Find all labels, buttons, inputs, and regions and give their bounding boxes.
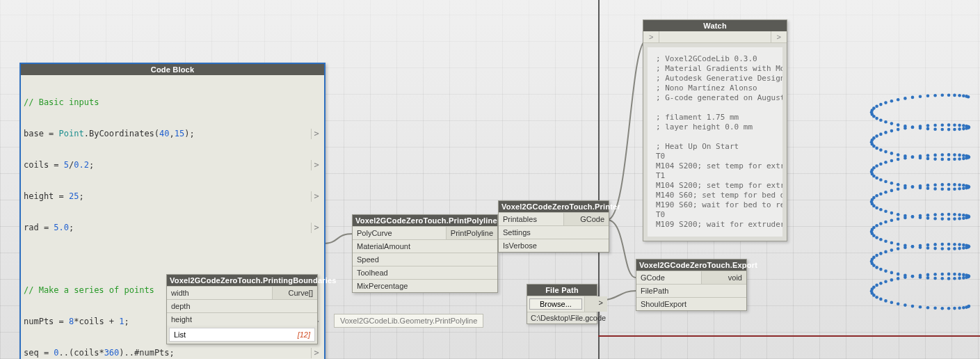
svg-point-90 (919, 246, 922, 249)
svg-point-233 (941, 123, 945, 127)
svg-point-137 (875, 206, 878, 209)
svg-point-211 (911, 156, 915, 159)
port-in[interactable]: MixPercentage (353, 280, 497, 292)
svg-point-202 (965, 157, 968, 160)
svg-point-88 (933, 247, 937, 250)
svg-point-124 (958, 217, 961, 221)
port-in[interactable]: Toolhead (353, 266, 497, 279)
port-in[interactable]: Settings (499, 226, 609, 239)
svg-point-117 (962, 214, 965, 217)
node-print-polyline[interactable]: Voxel2GCodeZeroTouch.PrintPolyline PolyC… (352, 214, 498, 293)
port-in[interactable]: Printables (499, 213, 563, 225)
svg-point-123 (962, 216, 965, 220)
svg-point-36 (958, 273, 961, 276)
svg-point-243 (962, 127, 965, 131)
port-out[interactable]: > (771, 31, 787, 42)
svg-point-7 (941, 307, 945, 310)
svg-point-11 (911, 305, 915, 308)
svg-point-210 (919, 157, 922, 160)
port-out[interactable]: void (701, 271, 746, 284)
svg-point-279 (967, 95, 970, 99)
dynamo-canvas[interactable]: Code Block // Basic inputs base = Point.… (0, 0, 980, 359)
browse-button[interactable]: Browse... (529, 298, 582, 310)
port-in[interactable]: Speed (353, 253, 497, 266)
svg-point-113 (941, 213, 945, 216)
svg-point-212 (903, 154, 907, 158)
svg-point-173 (897, 183, 900, 186)
svg-point-275 (953, 94, 956, 97)
svg-point-14 (890, 301, 894, 304)
node-export[interactable]: Voxel2GCodeZeroTouch.Export GCodevoid Fi… (636, 259, 747, 311)
svg-point-235 (953, 123, 956, 127)
svg-point-73 (941, 243, 945, 246)
svg-point-107 (897, 217, 900, 221)
svg-point-207 (941, 158, 945, 161)
svg-point-84 (958, 247, 961, 250)
svg-point-57 (875, 266, 878, 269)
svg-point-167 (941, 188, 945, 191)
svg-point-96 (879, 238, 883, 241)
port-in[interactable]: FilePath (636, 285, 746, 297)
list-output: List[12] (169, 328, 315, 342)
node-printing-boundaries[interactable]: Voxel2GCodeZeroTouch.PrintingBoundaries … (166, 274, 318, 344)
port-in[interactable]: GCode (636, 271, 701, 284)
geometry-preview-spiral: (function(){ var svg=document.currentScr… (861, 83, 979, 320)
svg-point-171 (911, 185, 915, 189)
svg-point-234 (947, 123, 951, 127)
svg-point-203 (962, 157, 965, 161)
code-out-port[interactable]: > (311, 160, 321, 170)
code-out-port[interactable]: > (311, 191, 321, 202)
port-in[interactable]: height (167, 313, 317, 326)
port-in[interactable]: PolyCurve (353, 227, 446, 239)
node-title: Voxel2GCodeZeroTouch.Printer (499, 201, 609, 212)
svg-point-242 (965, 127, 968, 130)
node-watch[interactable]: Watch >> ; Voxel2GCodeLib 0.3.0 ; Materi… (643, 19, 787, 241)
svg-point-132 (903, 214, 907, 218)
svg-point-226 (890, 129, 894, 133)
port-in[interactable]: > (643, 31, 659, 42)
svg-point-274 (947, 93, 951, 97)
svg-point-71 (926, 244, 930, 247)
node-file-path[interactable]: File Path Browse... > C:\Desktop\File.gc… (527, 284, 597, 324)
svg-point-102 (872, 226, 876, 230)
svg-point-223 (875, 134, 878, 138)
svg-point-49 (926, 276, 930, 280)
port-out[interactable]: Curve[] (272, 287, 317, 299)
port-in[interactable]: ShouldExport (636, 298, 746, 310)
svg-point-129 (926, 216, 930, 220)
svg-point-244 (958, 127, 961, 131)
svg-point-215 (884, 150, 887, 154)
port-in[interactable]: MaterialAmount (353, 240, 497, 253)
svg-point-170 (919, 186, 922, 190)
port-in[interactable]: width (167, 287, 272, 299)
svg-point-43 (962, 276, 965, 280)
port-in[interactable]: IsVerbose (499, 239, 609, 252)
svg-point-12 (903, 303, 907, 307)
port-out[interactable]: > (584, 296, 607, 312)
code-out-port[interactable]: > (311, 223, 321, 233)
port-out[interactable]: GCode (563, 213, 609, 225)
svg-point-142 (872, 196, 876, 200)
code-out-port[interactable]: > (311, 348, 321, 358)
node-title: Watch (643, 20, 787, 31)
watch-output: ; Voxel2GCodeLib 0.3.0 ; Material Gradie… (648, 47, 782, 237)
svg-point-105 (884, 221, 887, 224)
svg-point-176 (879, 178, 883, 182)
svg-point-130 (919, 216, 922, 219)
svg-point-231 (926, 124, 930, 127)
port-out[interactable]: PrintPolyline (446, 227, 497, 239)
svg-point-187 (897, 158, 900, 161)
svg-point-186 (890, 159, 894, 163)
svg-point-273 (941, 94, 945, 97)
code-out-port[interactable]: > (311, 129, 321, 139)
svg-point-67 (897, 247, 900, 250)
svg-point-214 (890, 152, 894, 155)
port-in[interactable]: depth (167, 300, 317, 312)
node-printer[interactable]: Voxel2GCodeZeroTouch.Printer PrintablesG… (498, 200, 609, 253)
svg-point-62 (872, 256, 876, 260)
svg-point-64 (879, 252, 883, 255)
svg-point-27 (897, 277, 900, 280)
svg-point-106 (890, 218, 894, 222)
svg-point-256 (879, 119, 883, 122)
node-title: File Path (527, 285, 597, 296)
